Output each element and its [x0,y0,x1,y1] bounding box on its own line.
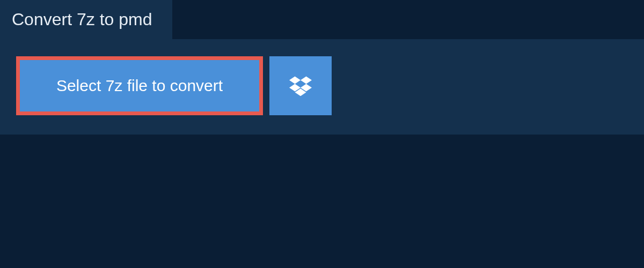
dropbox-button[interactable] [269,56,332,115]
select-file-button[interactable]: Select 7z file to convert [16,56,263,115]
button-row: Select 7z file to convert [16,56,628,115]
select-file-label: Select 7z file to convert [56,77,223,95]
conversion-panel: Select 7z file to convert [0,39,644,135]
page-title: Convert 7z to pmd [12,10,152,29]
dropbox-icon [289,76,312,96]
tab-header: Convert 7z to pmd [0,0,172,39]
